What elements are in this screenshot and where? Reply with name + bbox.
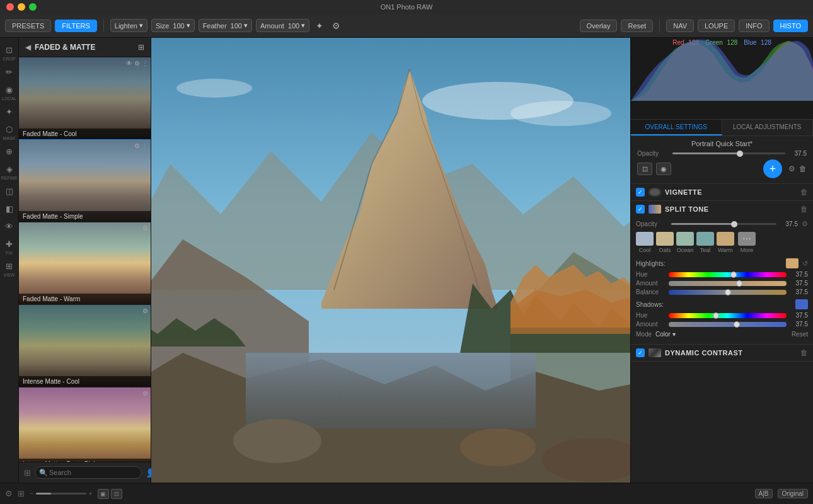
gear-icon[interactable]: ⚙ xyxy=(134,142,140,149)
teal-preset[interactable]: Teal xyxy=(696,232,714,253)
gear-icon[interactable]: ⚙ xyxy=(142,307,148,314)
zoom-slider[interactable] xyxy=(36,493,86,495)
minimize-button[interactable] xyxy=(18,3,25,11)
filters-tab[interactable]: FILTERS xyxy=(55,20,96,32)
stamp-tool-button[interactable]: ✦ xyxy=(313,20,326,32)
zoom-in-icon[interactable]: + xyxy=(89,490,93,497)
size-dropdown[interactable]: Size 100 ▾ xyxy=(151,19,195,32)
zoom-out-icon[interactable]: − xyxy=(30,490,33,497)
dynamic-contrast-checkbox[interactable]: ✓ xyxy=(636,348,645,357)
gear-icon[interactable]: ⚙ xyxy=(134,60,140,67)
shadows-color-box[interactable] xyxy=(795,299,808,309)
st-opacity-value: 37.5 xyxy=(780,220,798,227)
lighten-dropdown[interactable]: Lighten ▾ xyxy=(110,19,147,32)
preset-thumbnail: ⚙ ⋮ xyxy=(19,140,151,222)
circle-icon-button[interactable]: ◉ xyxy=(656,163,671,175)
list-item[interactable]: ⚙ Faded Matte - Warm xyxy=(19,222,151,305)
warm-preset[interactable]: Warm xyxy=(717,232,734,253)
maximize-button[interactable] xyxy=(29,3,37,11)
local-tool-button[interactable]: ◉ xyxy=(1,81,18,98)
amount-dropdown[interactable]: Amount 100 ▾ xyxy=(256,19,309,32)
preset-action-icons: ⚙ xyxy=(142,225,148,232)
mode-dropdown[interactable]: Color ▾ xyxy=(655,331,676,338)
more-icon[interactable]: ⋮ xyxy=(142,60,148,67)
refine-tool-button[interactable]: ◈ xyxy=(1,161,18,177)
presets-tab[interactable]: PRESETS xyxy=(5,20,51,32)
effects-tool-button[interactable]: ◧ xyxy=(1,200,18,217)
close-button[interactable] xyxy=(6,3,14,11)
vignette-checkbox[interactable]: ✓ xyxy=(636,188,645,197)
reset-button[interactable]: Reset xyxy=(621,20,653,32)
preset-header: ◀ FADED & MATTE ⊞ xyxy=(19,38,151,57)
gear-icon[interactable]: ⚙ xyxy=(142,390,148,397)
toolbar: PRESETS FILTERS Lighten ▾ Size 100 ▾ Fea… xyxy=(0,14,813,38)
dynamic-contrast-trash-icon[interactable]: 🗑 xyxy=(800,348,808,357)
icon-sidebar: ⊡ CROP ✏ ◉ LOCAL ✦ ⬡ MASK ⊕ ◈ REFINE ◫ ◧… xyxy=(0,38,19,483)
search-icon: 🔍 xyxy=(39,469,48,477)
highlights-amount-slider[interactable] xyxy=(669,281,787,286)
original-view-button[interactable]: Original xyxy=(778,489,808,498)
view2-tool-button[interactable]: ⊞ xyxy=(1,258,18,274)
crop-tool-button[interactable]: ⊡ xyxy=(1,42,18,58)
fix-tool-button[interactable]: ✚ xyxy=(1,236,18,252)
ab-compare-button[interactable]: A|B xyxy=(755,489,773,498)
single-view-icon[interactable]: ▣ xyxy=(98,489,109,499)
gear-icon[interactable]: ⚙ xyxy=(142,225,148,232)
back-arrow-icon[interactable]: ◀ xyxy=(25,43,31,52)
grid-view-icon[interactable]: ⊞ xyxy=(138,43,144,52)
vignette-trash-icon[interactable]: 🗑 xyxy=(800,188,808,197)
more-presets-button[interactable]: ⋯ More xyxy=(738,232,756,253)
eye-icon[interactable]: 👁 xyxy=(126,60,132,67)
st-opacity-slider[interactable] xyxy=(671,223,776,225)
add-filter-button[interactable]: + xyxy=(763,159,782,178)
brush-tool-button[interactable]: ✏ xyxy=(1,64,18,80)
oats-preset[interactable]: Oats xyxy=(656,232,674,253)
shadows-hue-slider[interactable] xyxy=(669,313,787,318)
overlay-button[interactable]: Overlay xyxy=(580,20,618,32)
cool-preset[interactable]: Cool xyxy=(636,232,654,253)
balance-slider[interactable] xyxy=(669,290,787,295)
color-tool-button[interactable]: ⊕ xyxy=(1,143,18,159)
list-item[interactable]: ⚙ Intense Matte - Paste Pink xyxy=(19,387,151,462)
ocean-preset[interactable]: Ocean xyxy=(676,232,694,253)
grid-toggle-icon[interactable]: ⊞ xyxy=(24,468,31,478)
info-tab[interactable]: INFO xyxy=(739,20,769,32)
feather-dropdown[interactable]: Feather 100 ▾ xyxy=(199,19,252,32)
vignette-header[interactable]: ✓ VIGNETTE 🗑 xyxy=(631,184,813,200)
nav-tab[interactable]: NAV xyxy=(666,20,694,32)
local-adjustments-tab[interactable]: LOCAL ADJUSTMENTS xyxy=(722,120,814,135)
highlights-color-box[interactable] xyxy=(786,258,799,268)
list-item[interactable]: ⚙ Intense Matte - Cool xyxy=(19,305,151,387)
list-item[interactable]: ⚙ ⋮ Faded Matte - Simple xyxy=(19,140,151,222)
filter-tool-button[interactable]: ◫ xyxy=(1,183,18,199)
histo-tab[interactable]: HISTO xyxy=(773,20,808,32)
highlights-reset-icon[interactable]: ↺ xyxy=(802,260,808,268)
preset-name-label: Faded Matte - Simple xyxy=(19,211,151,222)
settings-gear-icon[interactable]: ⚙ xyxy=(330,20,343,32)
split-tone-reset-label[interactable]: Reset xyxy=(792,331,808,338)
more-icon[interactable]: ⋮ xyxy=(142,142,148,149)
dual-view-icon[interactable]: ⊡ xyxy=(111,489,122,499)
svg-point-3 xyxy=(176,79,252,98)
split-tone-checkbox[interactable]: ✓ xyxy=(636,205,645,214)
overall-settings-tab[interactable]: OVERALL SETTINGS xyxy=(631,120,722,135)
mask-tool-button[interactable]: ⬡ xyxy=(1,121,18,137)
dynamic-contrast-header[interactable]: ✓ DYNAMIC CONTRAST 🗑 xyxy=(631,345,813,361)
search-input[interactable] xyxy=(35,466,142,479)
st-settings-icon[interactable]: ⚙ xyxy=(802,220,808,228)
square-icon-button[interactable]: ⊡ xyxy=(637,163,652,175)
list-item[interactable]: 👁 ⚙ ⋮ Faded Matte - Cool xyxy=(19,57,151,140)
retouch-tool-button[interactable]: ✦ xyxy=(1,103,18,120)
highlights-hue-slider[interactable] xyxy=(669,272,787,277)
window-controls[interactable] xyxy=(6,3,37,11)
loupe-tab[interactable]: LOUPE xyxy=(698,20,735,32)
filter-settings-icon[interactable]: ⚙ xyxy=(788,164,795,173)
settings-gear-icon[interactable]: ⚙ xyxy=(5,489,13,498)
grid-icon[interactable]: ⊞ xyxy=(18,489,25,498)
opacity-slider[interactable] xyxy=(672,152,785,154)
view-tool-button[interactable]: 👁 xyxy=(1,218,18,234)
split-tone-trash-icon[interactable]: 🗑 xyxy=(800,205,808,214)
shadows-amount-slider[interactable] xyxy=(669,322,787,327)
filter-trash-icon[interactable]: 🗑 xyxy=(799,164,807,173)
split-tone-header[interactable]: ✓ SPLIT TONE 🗑 xyxy=(631,201,813,217)
